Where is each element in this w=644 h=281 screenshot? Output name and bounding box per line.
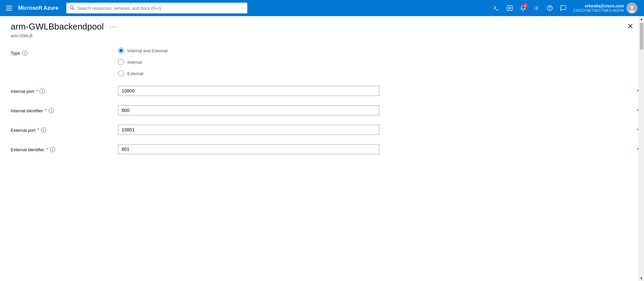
internal-port-input[interactable] bbox=[118, 86, 379, 96]
cloud-shell-button[interactable] bbox=[490, 3, 502, 13]
panel-title-row: arm-GWLBbackendpool ··· bbox=[11, 21, 625, 32]
type-radio-group: Internal and External Internal External bbox=[118, 48, 633, 76]
type-form-row: Type i Internal and External Internal E bbox=[11, 48, 633, 76]
svg-point-0 bbox=[70, 6, 73, 9]
internal-port-label: Internal port bbox=[11, 89, 34, 94]
panel-title-area: arm-GWLBbackendpool ··· arm-GWLB bbox=[11, 21, 625, 38]
type-label-col: Type i bbox=[11, 48, 118, 56]
radio-internal[interactable]: Internal bbox=[118, 59, 633, 65]
internal-port-info-icon[interactable]: i bbox=[40, 89, 45, 94]
brand-label: Microsoft Azure bbox=[18, 5, 58, 11]
search-bar[interactable] bbox=[66, 3, 247, 13]
svg-point-9 bbox=[550, 10, 550, 10]
external-port-form-row: External port * i * bbox=[11, 125, 633, 135]
scroll-up-arrow[interactable]: ▲ bbox=[639, 16, 644, 21]
radio-external-label: External bbox=[127, 71, 143, 76]
external-identifier-input-col: * bbox=[118, 144, 633, 154]
hamburger-menu-button[interactable] bbox=[4, 4, 14, 12]
panel-more-button[interactable]: ··· bbox=[108, 22, 119, 31]
type-info-icon[interactable]: i bbox=[22, 50, 27, 56]
user-email: erkostla@cisco.com bbox=[573, 4, 624, 8]
panel-close-button[interactable]: ✕ bbox=[625, 21, 636, 32]
svg-point-7 bbox=[536, 7, 537, 9]
external-identifier-info-icon[interactable]: i bbox=[50, 147, 55, 152]
svg-line-1 bbox=[73, 8, 74, 10]
notification-badge: 1 bbox=[523, 3, 528, 8]
help-button[interactable] bbox=[544, 3, 556, 13]
search-icon bbox=[70, 5, 74, 11]
user-menu[interactable]: erkostla@cisco.com CISCO-NETSECTMES-NGFW bbox=[571, 1, 640, 15]
scroll-thumb[interactable] bbox=[640, 23, 643, 50]
radio-internal-label: Internal bbox=[127, 60, 142, 65]
internal-port-input-col: * bbox=[118, 86, 633, 96]
feedback-button[interactable] bbox=[557, 3, 569, 13]
panel-subtitle: arm-GWLB bbox=[11, 33, 625, 38]
main-panel: arm-GWLBbackendpool ··· arm-GWLB ✕ Type … bbox=[0, 16, 644, 281]
external-port-label: External port bbox=[11, 128, 36, 133]
internal-port-required-star: * bbox=[36, 89, 38, 94]
filter-button[interactable] bbox=[504, 3, 516, 13]
external-identifier-form-row: External identifier * i * bbox=[11, 144, 633, 154]
svg-point-11 bbox=[630, 5, 634, 9]
scroll-down-arrow[interactable]: ▼ bbox=[639, 276, 644, 281]
radio-internal-external-label: Internal and External bbox=[127, 48, 168, 53]
external-port-input-col: * bbox=[118, 125, 633, 135]
internal-identifier-input-col: * bbox=[118, 105, 633, 115]
external-identifier-input[interactable] bbox=[118, 144, 379, 154]
type-label: Type bbox=[11, 51, 20, 56]
internal-identifier-input[interactable] bbox=[118, 105, 379, 115]
external-port-info-icon[interactable]: i bbox=[41, 127, 46, 133]
internal-port-form-row: Internal port * i * bbox=[11, 86, 633, 96]
external-identifier-label: External identifier bbox=[11, 147, 44, 152]
settings-button[interactable] bbox=[530, 3, 542, 13]
topbar-icons: 1 erkostla@cisco.com bbox=[490, 1, 640, 15]
user-avatar bbox=[627, 3, 637, 13]
internal-identifier-label: Internal identifier bbox=[11, 108, 43, 113]
radio-external[interactable]: External bbox=[118, 70, 633, 76]
external-port-input[interactable] bbox=[118, 125, 379, 135]
notifications-button[interactable]: 1 bbox=[517, 3, 529, 13]
external-identifier-required-star: * bbox=[46, 147, 48, 152]
user-info: erkostla@cisco.com CISCO-NETSECTMES-NGFW bbox=[573, 4, 624, 12]
radio-internal-external-input[interactable] bbox=[118, 48, 124, 54]
internal-identifier-required-star: * bbox=[45, 108, 47, 113]
panel-title-text: arm-GWLBbackendpool bbox=[11, 21, 104, 32]
internal-identifier-form-row: Internal identifier * i * bbox=[11, 105, 633, 115]
internal-identifier-info-icon[interactable]: i bbox=[49, 108, 54, 113]
right-scrollbar[interactable]: ▲ ▼ bbox=[639, 16, 644, 281]
form-area: Type i Internal and External Internal E bbox=[0, 41, 644, 281]
internal-port-label-col: Internal port * i bbox=[11, 86, 118, 94]
panel-header: arm-GWLBbackendpool ··· arm-GWLB ✕ bbox=[0, 16, 644, 41]
external-identifier-label-col: External identifier * i bbox=[11, 144, 118, 152]
user-org: CISCO-NETSECTMES-NGFW bbox=[573, 8, 624, 12]
external-port-label-col: External port * i bbox=[11, 125, 118, 133]
type-input-col: Internal and External Internal External bbox=[118, 48, 633, 76]
radio-external-input[interactable] bbox=[118, 70, 124, 76]
search-input[interactable] bbox=[77, 6, 244, 11]
external-port-required-star: * bbox=[38, 128, 39, 132]
radio-internal-external[interactable]: Internal and External bbox=[118, 48, 633, 54]
radio-internal-input[interactable] bbox=[118, 59, 124, 65]
topbar: Microsoft Azure bbox=[0, 0, 644, 16]
internal-identifier-label-col: Internal identifier * i bbox=[11, 105, 118, 113]
